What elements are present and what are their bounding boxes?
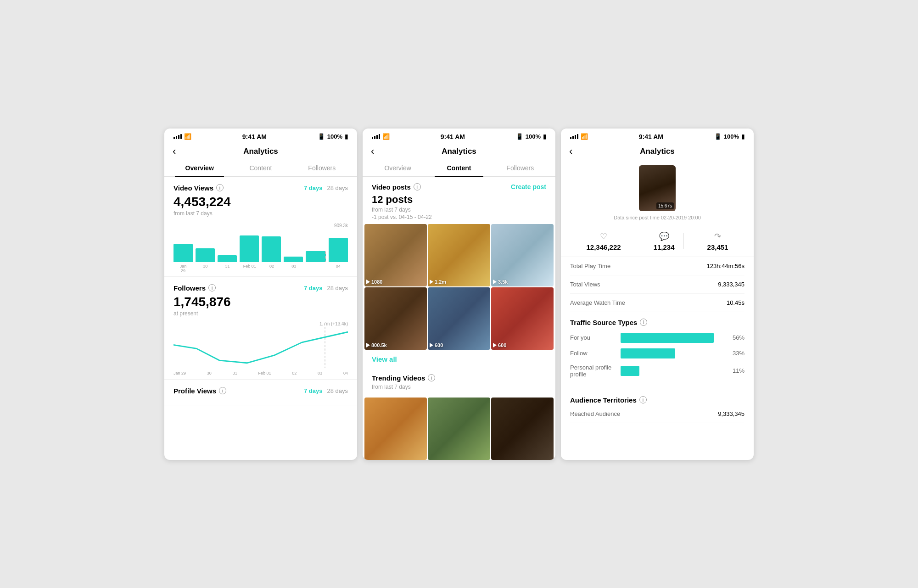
posts-subtext2: -1 post vs. 04-15 - 04-22 [372,214,546,220]
28days-option-f[interactable]: 28 days [327,285,348,291]
play-icon-2 [493,280,497,284]
trending-info-icon[interactable]: i [428,374,435,381]
trending-thumb-1[interactable] [428,398,490,460]
reached-audience-label: Reached Audience [570,410,620,417]
video-overlay-0: 1080 [366,279,382,285]
battery-icon-2: ▮ [543,133,546,140]
wifi-icon-2: 📶 [382,133,390,140]
video-thumb-1[interactable]: 1.2m [428,224,490,286]
lbl-2: 31 [218,264,237,273]
s2-bar-3 [376,135,378,139]
video-posts-info-icon[interactable]: i [414,183,421,190]
bar-7 [329,238,348,262]
view-all-link[interactable]: View all [363,350,555,369]
traffic-info-icon[interactable]: i [640,319,647,326]
signal-bar-2 [176,136,177,139]
traffic-label-1: Follow [570,350,616,357]
traffic-bar-container-0 [621,333,724,343]
trending-thumb-2[interactable] [491,398,554,460]
video-overlay-3: 800.5k [366,342,387,348]
back-button-2[interactable]: ‹ [371,146,374,157]
video-thumb-0[interactable]: 1080 [364,224,427,286]
s2-bar-4 [379,134,380,139]
post-thumb-container: 15.67s [570,165,744,211]
line-lbl-4: 02 [292,371,297,375]
shares-item: ↷ 23,451 [707,231,728,251]
lbl-5: 03 [284,264,303,273]
post-thumbnail[interactable]: 15.67s [639,165,676,211]
video-thumb-2[interactable]: 3.5k [491,224,554,286]
bar-6 [306,251,326,262]
traffic-row-0: For you 56% [570,333,744,343]
tab-content-1[interactable]: Content [230,160,291,176]
28days-option-pv[interactable]: 28 days [327,387,348,394]
28days-option-vv[interactable]: 28 days [327,185,348,191]
tab-followers-2[interactable]: Followers [490,160,551,176]
followers-info-icon[interactable]: i [208,284,216,291]
7days-option-f[interactable]: 7 days [304,285,322,291]
play-icon-5 [493,343,497,347]
video-thumb-5[interactable]: 600 [491,287,554,350]
video-views-info-icon[interactable]: i [216,184,224,191]
stat-value-0: 123h:44m:56s [707,263,744,269]
nav-title-3: Analytics [570,147,744,156]
video-views-title: Video Views i [174,184,224,192]
create-post-link[interactable]: Create post [511,183,546,190]
profile-views-section: Profile Views i 7 days 28 days [164,380,357,405]
view-count-3: 800.5k [371,342,387,348]
stat-value-2: 10.45s [727,299,744,306]
back-button-3[interactable]: ‹ [569,146,572,157]
7days-option-pv[interactable]: 7 days [304,387,322,394]
trending-subtext: from last 7 days [372,384,546,390]
traffic-row-2: Personal profile profile 11% [570,364,744,378]
view-count-2: 3.5k [498,279,508,285]
trending-thumb-0[interactable] [364,398,427,460]
line-chart-labels: Jan 29 30 31 Feb 01 02 03 04 [174,371,348,375]
audience-info-icon[interactable]: i [639,396,647,403]
video-thumb-4[interactable]: 600 [428,287,490,350]
video-posts-title: Video posts i [372,183,421,191]
video-overlay-2: 3.5k [493,279,508,285]
tab-overview-1[interactable]: Overview [169,160,230,176]
7days-option-vv[interactable]: 7 days [304,185,322,191]
tab-followers-1[interactable]: Followers [291,160,353,176]
trending-header: Trending Videos i from last 7 days [363,369,555,398]
video-overlay-5: 600 [493,342,506,348]
bar-3 [240,235,259,262]
stat-row-0: Total Play Time 123h:44m:56s [570,257,744,275]
s3-bar-1 [570,137,571,139]
view-count-5: 600 [498,342,506,348]
chart-labels: Jan29 30 31 Feb 01 02 03 04 [174,264,348,273]
video-thumb-bg-0 [364,224,427,286]
top-nav-1: ‹ Analytics [164,143,357,160]
tab-content-2[interactable]: Content [428,160,489,176]
video-views-subtext: from last 7 days [174,210,348,217]
status-right-3: 📱 100% ▮ [714,133,744,140]
screen-detail: 📶 9:41 AM 📱 100% ▮ ‹ Analytics 15.67s Da… [561,129,754,460]
bar-1 [196,248,215,262]
stat-value-1: 9,333,345 [718,281,744,288]
post-detail-header: 15.67s Data since post time 02-20-2019 2… [561,160,754,226]
comments-item: 💬 11,234 [654,231,675,251]
profile-views-title: Profile Views i [174,387,226,395]
status-bar-3: 📶 9:41 AM 📱 100% ▮ [561,129,754,143]
screen-content: 📶 9:41 AM 📱 100% ▮ ‹ Analytics Overview … [363,129,555,460]
play-icon-1 [430,280,433,284]
profile-views-header: Profile Views i 7 days 28 days [174,387,348,395]
trending-bg-0 [364,398,427,460]
traffic-bar-2 [621,366,639,376]
traffic-section: Traffic Source Types i For you 56% Follo… [561,312,754,390]
play-icon-3 [366,343,370,347]
trending-bg-1 [428,398,490,460]
profile-views-info-icon[interactable]: i [219,387,226,394]
video-thumb-3[interactable]: 800.5k [364,287,427,350]
likes-count: 12,346,222 [587,243,621,251]
back-button-1[interactable]: ‹ [173,146,176,157]
nav-title-1: Analytics [174,147,348,156]
time-2: 9:41 AM [441,133,465,140]
s3-bar-3 [575,135,576,139]
tab-overview-2[interactable]: Overview [367,160,428,176]
view-count-0: 1080 [371,279,382,285]
lbl-7: 04 [329,264,348,273]
video-thumb-bg-3 [364,287,427,350]
